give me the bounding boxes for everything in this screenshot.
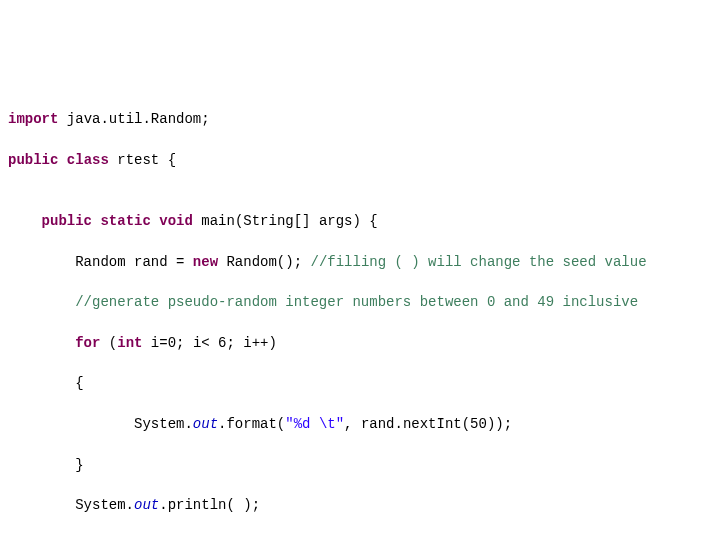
code-line: import java.util.Random;: [8, 109, 714, 129]
keyword-int: int: [117, 335, 142, 351]
code-text: System.: [8, 497, 134, 513]
keyword-public: public: [42, 213, 92, 229]
code-text: Random rand =: [8, 254, 193, 270]
comment: //filling ( ) will change the seed value: [310, 254, 646, 270]
code-line: public class rtest {: [8, 150, 714, 170]
code-text: [8, 294, 75, 310]
keyword-for: for: [75, 335, 100, 351]
code-text: [58, 152, 66, 168]
code-text: java.util.Random;: [58, 111, 209, 127]
keyword-import: import: [8, 111, 58, 127]
code-text: [151, 213, 159, 229]
code-line: System.out.format("%d \t", rand.nextInt(…: [8, 414, 714, 434]
keyword-void: void: [159, 213, 193, 229]
code-line: System.out.println( );: [8, 495, 714, 515]
code-line: Random rand = new Random(); //filling ( …: [8, 252, 714, 272]
code-block: import java.util.Random; public class rt…: [8, 89, 714, 536]
keyword-class: class: [67, 152, 109, 168]
code-text: [8, 335, 75, 351]
code-text: [8, 213, 42, 229]
keyword-new: new: [193, 254, 218, 270]
code-line: public static void main(String[] args) {: [8, 211, 714, 231]
code-text: .println( );: [159, 497, 260, 513]
code-text: , rand.nextInt(50));: [344, 416, 512, 432]
code-text: Random();: [218, 254, 310, 270]
code-text: rtest {: [109, 152, 176, 168]
keyword-static: static: [100, 213, 150, 229]
code-text: System.: [8, 416, 193, 432]
code-text: main(String[] args) {: [193, 213, 378, 229]
field-out: out: [193, 416, 218, 432]
code-text: .format(: [218, 416, 285, 432]
code-text: i=0; i< 6; i++): [142, 335, 276, 351]
code-text: }: [8, 457, 84, 473]
code-line: }: [8, 455, 714, 475]
keyword-public: public: [8, 152, 58, 168]
code-line: //generate pseudo-random integer numbers…: [8, 292, 714, 312]
code-line: {: [8, 373, 714, 393]
code-line: for (int i=0; i< 6; i++): [8, 333, 714, 353]
code-text: {: [8, 375, 84, 391]
code-text: (: [100, 335, 117, 351]
field-out: out: [134, 497, 159, 513]
comment: //generate pseudo-random integer numbers…: [75, 294, 638, 310]
string-literal: "%d \t": [285, 416, 344, 432]
